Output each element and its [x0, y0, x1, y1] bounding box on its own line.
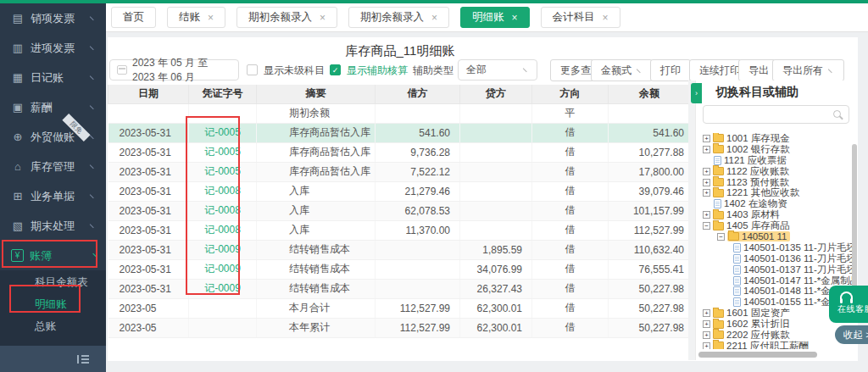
sidebar-item-purchase-invoice[interactable]: ▥进项发票 — [0, 33, 106, 63]
tab-2[interactable]: 结账× — [167, 7, 225, 28]
close-icon[interactable]: × — [208, 12, 214, 24]
table-row[interactable]: 2023-05-31记-0005库存商品暂估入库9,736.28借10,277.… — [108, 142, 691, 162]
tree-node[interactable]: +2211 应付职工薪酬 — [699, 341, 854, 349]
print-button[interactable]: 打印 — [650, 59, 691, 81]
file-icon — [714, 156, 721, 165]
date-range-picker[interactable]: 2023 年 05 月 至 2023 年 06 月 — [109, 59, 239, 81]
expand-icon[interactable]: + — [703, 189, 710, 197]
chevron-down-icon — [637, 65, 643, 72]
cell-credit: 1,895.59 — [460, 240, 532, 259]
tab-6[interactable]: 会计科目× — [541, 7, 620, 28]
sidebar-item-payroll[interactable]: ▣薪酬 — [0, 92, 106, 122]
expand-icon[interactable]: + — [703, 168, 710, 175]
cell-voucher-no[interactable]: 记-0005 — [189, 162, 257, 181]
cell-voucher-no[interactable]: 记-0009 — [189, 259, 257, 279]
cell-debit — [376, 103, 460, 123]
cell-voucher-no[interactable]: 记-0009 — [189, 279, 257, 298]
cell-date — [108, 103, 189, 123]
table-row[interactable]: 2023-05-31记-0009结转销售成本1,895.59借110,632.4… — [108, 240, 691, 259]
cell-summary: 本年累计 — [257, 318, 376, 337]
chevron-down-icon — [90, 162, 97, 169]
cell-voucher-no[interactable]: 记-0009 — [189, 240, 257, 259]
chevron-down-icon — [90, 103, 97, 109]
chevron-up-icon — [90, 253, 97, 260]
cell-voucher-no[interactable]: 记-0008 — [189, 181, 257, 201]
cell-summary: 结转销售成本 — [257, 259, 376, 279]
sidebar-subitem-detail-ledger[interactable]: 明细账 — [0, 293, 106, 315]
sidebar-item-sales-invoice[interactable]: ▤销项发票 — [0, 3, 106, 33]
table-row[interactable]: 2023-05本年累计112,527.9962,300.01借50,227.98 — [108, 318, 691, 337]
sidebar-item-journal[interactable]: ▦日记账 — [0, 63, 106, 92]
sidebar-item-period-end[interactable]: ▧期末处理 — [0, 211, 106, 241]
journal-icon: ▦ — [11, 71, 25, 84]
tab-4[interactable]: 期初余额录入× — [348, 7, 449, 28]
expand-icon[interactable]: + — [703, 342, 710, 349]
chevron-down-icon — [90, 132, 97, 139]
show-leaf-accounts-checkbox[interactable] — [247, 64, 258, 75]
top-accent-strip — [0, 0, 868, 3]
table-row[interactable]: 2023-05-31记-0005库存商品暂估入库7,522.12借17,800.… — [108, 162, 691, 181]
collapse-icon[interactable]: − — [717, 233, 725, 241]
cell-date: 2023-05-31 — [108, 123, 189, 142]
show-auxiliary-checkbox[interactable]: ✓ — [330, 64, 341, 75]
expand-icon[interactable]: + — [703, 331, 710, 339]
account-search-input[interactable] — [703, 105, 849, 124]
folder-icon — [713, 178, 724, 186]
cell-date: 2023-05-31 — [108, 201, 189, 220]
sidebar-item-label: 业务单据 — [31, 189, 91, 204]
cell-debit — [376, 259, 460, 279]
sidebar-item-foreign-trade[interactable]: ⊕外贸做账限免 — [0, 122, 106, 152]
expand-icon[interactable]: + — [703, 135, 710, 142]
close-icon[interactable]: × — [603, 12, 609, 24]
cell-direction: 借 — [532, 318, 609, 337]
table-row[interactable]: 2023-05-31记-0009结转销售成本34,076.99借76,555.4… — [108, 259, 691, 279]
tree-panel-toggle[interactable]: › — [691, 83, 702, 103]
sidebar-item-inventory[interactable]: ⌂库存管理 — [0, 152, 106, 181]
table-row[interactable]: 2023-05-31记-0008入库21,279.46借39,079.46 — [108, 181, 691, 201]
show-leaf-accounts-label: 显示未级科目 — [264, 59, 325, 81]
table-row[interactable]: 2023-05-31记-0008入库11,370.00借112,527.99 — [108, 220, 691, 240]
folder-icon — [728, 232, 739, 241]
close-icon[interactable]: × — [431, 12, 437, 24]
cell-voucher-no[interactable]: 记-0008 — [189, 201, 257, 220]
tree-node[interactable]: −1405 库存商品 — [699, 220, 854, 231]
table-row[interactable]: 2023-05-31记-0008入库62,078.53借101,157.99 — [108, 201, 691, 220]
online-service-button[interactable]: 在线客服 — [829, 286, 868, 323]
expand-icon[interactable]: + — [703, 309, 710, 317]
cell-summary: 本月合计 — [257, 298, 376, 318]
close-icon[interactable]: × — [320, 12, 326, 24]
tab-5[interactable]: 明细账× — [460, 7, 530, 28]
folder-icon — [713, 211, 724, 219]
cell-voucher-no[interactable]: 记-0008 — [189, 220, 257, 240]
cell-voucher-no[interactable]: 记-0005 — [189, 123, 257, 142]
tree-vertical-scrollbar[interactable] — [852, 144, 857, 292]
collapse-sidebar-icon[interactable] — [77, 355, 87, 364]
close-icon[interactable]: × — [512, 12, 518, 24]
tab-1[interactable]: 首页 — [111, 7, 156, 28]
sidebar-subitem-general-ledger[interactable]: 总账 — [0, 315, 106, 337]
table-row[interactable]: 2023-05本月合计112,527.9962,300.01借50,227.98 — [108, 298, 691, 318]
business-doc-icon: ⊞ — [11, 190, 25, 203]
tab-label: 明细账 — [472, 10, 504, 25]
sidebar-item-ledger[interactable]: ¥账簿 — [0, 241, 106, 270]
collapse-widget-button[interactable]: 收起 > — [835, 325, 868, 344]
export-all-button[interactable]: 导出所有 — [772, 59, 844, 81]
sidebar-item-label: 账簿 — [30, 248, 91, 264]
expand-icon[interactable]: + — [703, 320, 710, 328]
amount-style-button[interactable]: 金额式 — [591, 59, 653, 81]
sidebar-subitem-account-balance[interactable]: 科目余额表 — [0, 271, 106, 293]
cell-credit: 26,327.43 — [460, 279, 532, 298]
sidebar-item-business-doc[interactable]: ⊞业务单据 — [0, 181, 106, 211]
expand-icon[interactable]: + — [703, 211, 710, 219]
auxiliary-type-select[interactable]: 全部 — [458, 59, 537, 81]
table-row[interactable]: 2023-05-31记-0005库存商品暂估入库541.60借541.60 — [108, 123, 691, 142]
table-row[interactable]: 2023-05-31记-0009结转销售成本26,327.43借50,227.9… — [108, 279, 691, 298]
tab-3[interactable]: 期初余额录入× — [236, 7, 337, 28]
expand-icon[interactable]: + — [703, 179, 710, 186]
table-row[interactable]: 期初余额平 — [108, 103, 691, 123]
cell-direction: 借 — [532, 181, 609, 201]
expand-icon[interactable]: + — [703, 146, 710, 153]
cell-voucher-no[interactable]: 记-0005 — [189, 142, 257, 162]
tree-horizontal-scrollbar[interactable] — [698, 352, 817, 358]
collapse-icon[interactable]: − — [703, 222, 710, 230]
